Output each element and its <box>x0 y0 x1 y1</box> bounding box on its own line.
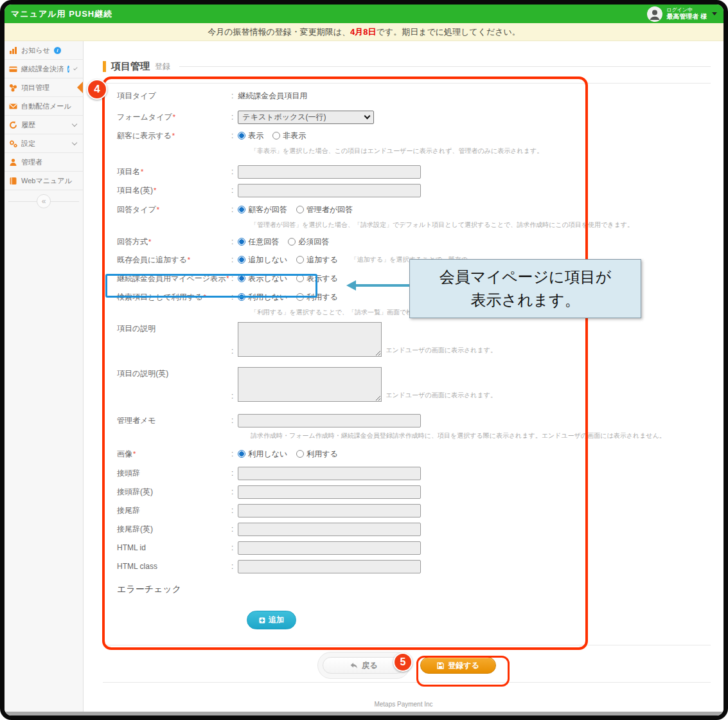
radio-add[interactable] <box>296 256 304 264</box>
user-menu[interactable]: ログイン中 最高管理者 様 <box>647 6 717 22</box>
item-registration-form: 項目タイプ : 継続課金会員項目用 フォームタイプ* : テキストボックス(一行… <box>103 83 711 645</box>
sidebar-item-recurring-billing[interactable]: 継続課金決済 i <box>4 60 83 78</box>
mail-icon <box>8 102 17 111</box>
help-text: 「非表示」を選択した場合、この項目はエンドユーザーに表示されず、管理者のみに表示… <box>251 143 711 156</box>
html-class-input[interactable] <box>238 560 421 573</box>
field-item-name: 項目名* : <box>117 165 711 179</box>
select-chevron-icon <box>364 113 371 120</box>
sidebar-collapse: « <box>4 190 83 212</box>
html-id-input[interactable] <box>238 541 421 555</box>
prefix-input[interactable] <box>238 467 421 480</box>
field-add-to-existing: 既存会員に追加する* : 追加しない 追加する 「追加する」を選択することで、既… <box>117 253 711 267</box>
radio-admin-answers[interactable] <box>296 206 304 213</box>
footer-company: Metaps Payment Inc <box>84 701 724 708</box>
required-mark: * <box>173 113 175 121</box>
add-error-check-button[interactable]: 追加 <box>247 611 296 629</box>
item-name-en-input[interactable] <box>238 184 421 197</box>
radio-search-yes[interactable] <box>296 293 304 301</box>
help-text: エンドユーザの画面に表示されます。 <box>386 391 497 400</box>
title-accent-bar <box>103 61 106 72</box>
user-menu-caret-icon[interactable] <box>712 12 717 15</box>
credit-card-icon <box>8 64 17 73</box>
help-text: 「利用する」を選択することで、「請求一覧」画面で検索項目として利 <box>251 304 711 317</box>
radio-hide[interactable] <box>272 132 280 140</box>
sidebar-item-item-management[interactable]: 項目管理 <box>4 78 83 97</box>
field-item-name-en: 項目名(英)* : <box>117 183 711 197</box>
user-name: 最高管理者 様 <box>666 13 707 20</box>
admin-memo-input[interactable] <box>238 414 421 428</box>
radio-mypage-hide[interactable] <box>238 274 245 282</box>
app-window: マニュアル用 PUSH継続 ログイン中 最高管理者 様 今月の振替情報の登録・変… <box>0 0 728 720</box>
history-icon <box>8 120 17 129</box>
sidebar-item-administrators[interactable]: 管理者 <box>4 153 83 172</box>
login-status: ログイン中 <box>666 8 707 14</box>
plus-square-icon <box>259 617 265 624</box>
user-avatar-icon <box>647 6 662 22</box>
field-answer-type: 回答タイプ* : 顧客が回答 管理者が回答 <box>117 203 711 217</box>
item-name-input[interactable] <box>238 165 421 179</box>
field-prefix-en: 接頭辞(英) : <box>117 485 711 499</box>
field-item-description-en: 項目の説明(英) : エンドユーザの画面に表示されます。 <box>117 367 711 407</box>
field-suffix-en: 接尾辞(英) : <box>117 522 711 536</box>
page-subtitle: 登録 <box>155 61 170 72</box>
field-mypage-display: 継続課金会員用マイページ表示* : 表示しない 表示する <box>117 271 711 285</box>
page-title: 項目管理 <box>111 60 150 73</box>
sidebar: お知らせ i 継続課金決済 i 項目管理 <box>4 41 84 716</box>
field-admin-memo: 管理者メモ : <box>117 413 711 428</box>
notice-bar: 今月の振替情報の登録・変更期限は、 4月8日 です。期日までに処理してください。 <box>4 23 724 41</box>
radio-do-not-add[interactable] <box>238 256 245 264</box>
field-prefix: 接頭辞 : <box>117 466 711 480</box>
radio-optional-answer[interactable] <box>238 238 245 246</box>
chevron-down-icon <box>72 140 77 145</box>
user-icon <box>8 158 17 166</box>
suffix-input[interactable] <box>238 504 421 518</box>
item-description-textarea[interactable] <box>238 322 382 357</box>
field-answer-method: 回答方式* : 任意回答 必須回答 <box>117 235 711 249</box>
field-html-id: HTML id : <box>117 541 711 555</box>
suffix-en-input[interactable] <box>238 523 421 536</box>
radio-mypage-show[interactable] <box>296 274 304 282</box>
radio-show[interactable] <box>238 132 245 140</box>
field-html-class: HTML class : <box>117 559 711 573</box>
horizontal-scrollbar[interactable] <box>4 712 724 717</box>
chevron-down-icon <box>72 121 77 126</box>
divider <box>179 66 711 67</box>
radio-required-answer[interactable] <box>288 238 296 246</box>
radio-image-no[interactable] <box>238 450 245 458</box>
page-header: 項目管理 登録 <box>103 60 711 73</box>
sidebar-item-auto-mail[interactable]: 自動配信メール <box>4 97 83 116</box>
sidebar-item-web-manual[interactable]: Webマニュアル <box>4 172 83 190</box>
back-button[interactable]: 戻る <box>323 657 405 674</box>
radio-customer-answers[interactable] <box>238 206 245 213</box>
info-badge-icon: i <box>54 47 61 54</box>
prefix-en-input[interactable] <box>238 485 421 499</box>
help-text: 「管理者が回答」を選択した場合、「請求設定」でデフォルト項目として選択することで… <box>251 217 711 230</box>
form-type-select[interactable]: テキストボックス(一行) <box>238 111 374 124</box>
collapse-sidebar-button[interactable]: « <box>37 194 51 208</box>
sidebar-item-settings[interactable]: 設定 <box>4 134 83 153</box>
item-description-en-textarea[interactable] <box>238 367 382 402</box>
submit-button[interactable]: 登録する <box>420 657 496 674</box>
field-item-type: 項目タイプ : 継続課金会員項目用 <box>117 89 711 103</box>
field-item-description: 項目の説明 : エンドユーザの画面に表示されます。 <box>117 322 711 362</box>
help-text: 「追加する」を選択することで、既存の <box>351 255 468 264</box>
info-badge-icon: i <box>67 66 69 73</box>
sidebar-item-history[interactable]: 履歴 <box>4 116 83 134</box>
chevron-down-icon <box>74 66 78 69</box>
save-icon <box>437 662 444 669</box>
radio-search-no[interactable] <box>238 293 245 301</box>
field-use-as-search: 検索項目として利用する* : 利用しない 利用する <box>117 290 711 304</box>
radio-image-yes[interactable] <box>296 450 304 458</box>
field-form-type: フォームタイプ* : テキストボックス(一行) <box>117 109 711 125</box>
field-suffix: 接尾辞 : <box>117 503 711 518</box>
help-text: 請求作成時・フォーム作成時・継続課金会員登録請求作成時に、項目を選択する際に表示… <box>251 428 711 440</box>
notice-text-post: です。期日までに処理してください。 <box>377 26 520 38</box>
sidebar-item-news[interactable]: お知らせ i <box>4 41 83 60</box>
top-header-bar: マニュアル用 PUSH継続 ログイン中 最高管理者 様 <box>4 4 724 23</box>
active-item-marker <box>77 82 83 93</box>
error-check-section-label: エラーチェック <box>117 584 711 603</box>
field-image: 画像* : 利用しない 利用する <box>117 447 711 461</box>
divider <box>103 682 711 683</box>
nodes-icon <box>8 83 17 92</box>
notice-deadline-date: 4月8日 <box>350 26 376 38</box>
